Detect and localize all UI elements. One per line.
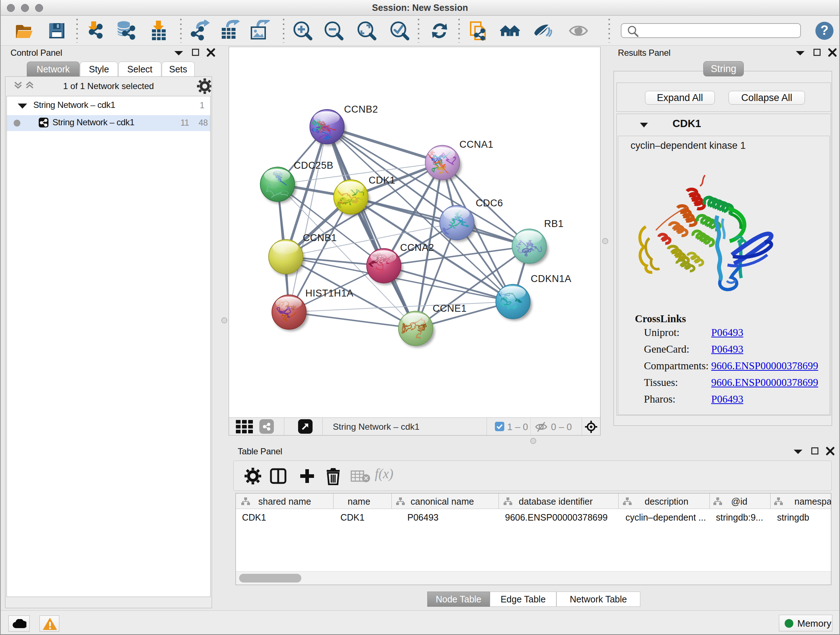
svg-text:CCNB2: CCNB2 bbox=[344, 104, 378, 115]
svg-text:CDK1: CDK1 bbox=[369, 175, 395, 186]
svg-text:CDKN1A: CDKN1A bbox=[531, 273, 572, 284]
svg-text:CCNB1: CCNB1 bbox=[303, 233, 337, 243]
svg-text:CCNE1: CCNE1 bbox=[433, 303, 467, 314]
svg-text:RB1: RB1 bbox=[544, 218, 564, 229]
svg-text:CCNA1: CCNA1 bbox=[459, 139, 493, 150]
svg-text:CDC6: CDC6 bbox=[476, 198, 503, 209]
svg-text:HIST1H1A: HIST1H1A bbox=[305, 288, 354, 299]
svg-text:?: ? bbox=[821, 23, 829, 38]
svg-text:CDC25B: CDC25B bbox=[294, 160, 333, 171]
svg-text:CCNA2: CCNA2 bbox=[400, 242, 434, 253]
